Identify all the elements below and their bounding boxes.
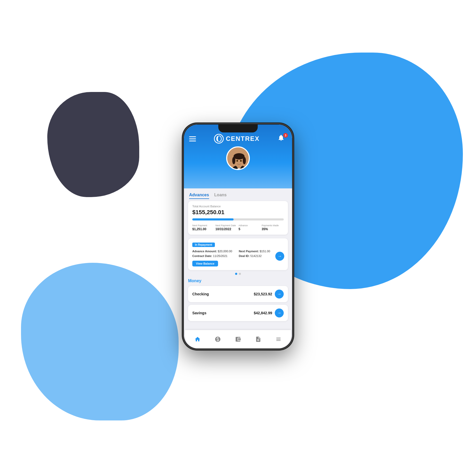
checking-card: Checking $23,523.92 → (188, 286, 288, 302)
header-top: CENTREX 3 (189, 134, 287, 144)
logo: CENTREX (214, 134, 260, 144)
avatar-image (227, 147, 250, 170)
deal-info: Advance Amount: $20,000.00 Next Payment:… (192, 250, 284, 258)
bottom-nav (185, 330, 291, 348)
app-content: Advances Loans Total Account Balance $15… (184, 188, 292, 348)
next-payment-item: Next Payment: $151.00 (239, 250, 284, 253)
stat-payments-made: Payments Made 35% (262, 224, 284, 231)
document-icon (255, 336, 261, 342)
money-section-title: Money (188, 279, 288, 283)
deal-arrow-button[interactable]: → (275, 252, 284, 261)
app-header: CENTREX 3 (184, 125, 292, 188)
phone-screen: CENTREX 3 (184, 125, 292, 348)
dot-1[interactable] (235, 273, 237, 275)
svg-point-7 (234, 153, 245, 160)
checklist-icon (275, 336, 282, 342)
checking-arrow-button[interactable]: → (275, 290, 284, 299)
checking-label: Checking (192, 292, 209, 296)
stat-advance: Advance 5 (239, 224, 261, 231)
carousel-dots (188, 273, 288, 275)
menu-button[interactable] (189, 136, 196, 141)
contract-date-item: Contract Date: 11/25/2021 (192, 254, 237, 258)
tabs: Advances Loans (188, 188, 288, 201)
logo-icon (214, 134, 224, 144)
tab-advances[interactable]: Advances (189, 193, 209, 199)
nav-documents[interactable] (252, 335, 265, 344)
advance-amount-item: Advance Amount: $20,000.00 (192, 250, 237, 253)
avatar-container (189, 146, 287, 170)
savings-card: Savings $42,842.99 → (188, 305, 288, 321)
notification-badge: 3 (283, 133, 288, 138)
checking-amount: $23,523.92 (254, 292, 272, 296)
avatar (226, 146, 250, 170)
svg-point-8 (232, 157, 235, 164)
nav-checklist[interactable] (272, 335, 285, 344)
blob-left-bottom (21, 263, 179, 420)
nav-wallet[interactable] (232, 335, 244, 344)
nav-pay[interactable] (211, 335, 224, 344)
logo-text: CENTREX (226, 135, 260, 142)
svg-point-10 (236, 160, 238, 162)
stat-next-payment-date: Next Payment Date 10/31/2022 (215, 224, 237, 231)
svg-point-11 (240, 160, 242, 162)
home-icon (194, 336, 201, 342)
balance-progress (192, 218, 284, 220)
phone-mockup: CENTREX 3 (183, 124, 293, 349)
progress-fill (192, 218, 234, 220)
phone-frame: CENTREX 3 (183, 124, 293, 349)
pay-icon (215, 336, 221, 342)
stat-next-payment: Next Payment $1,251.00 (192, 224, 214, 231)
savings-arrow-button[interactable]: → (275, 309, 284, 317)
wallet-icon (235, 336, 241, 342)
dot-2[interactable] (239, 273, 241, 275)
nav-home[interactable] (191, 335, 204, 344)
savings-amount: $42,842.99 (254, 311, 272, 315)
repayment-badge: In Repayment (192, 243, 215, 247)
balance-card: Total Account Balance $155,250.01 Next P… (188, 201, 288, 235)
phone-notch (218, 125, 258, 132)
balance-amount: $155,250.01 (192, 209, 284, 216)
balance-stats: Next Payment $1,251.00 Next Payment Date… (192, 224, 284, 231)
svg-point-9 (243, 157, 246, 164)
view-balance-button[interactable]: View Balance (192, 261, 218, 266)
blob-dark (47, 92, 139, 197)
tab-loans[interactable]: Loans (214, 193, 227, 199)
notification-button[interactable]: 3 (277, 134, 287, 143)
savings-label: Savings (192, 311, 206, 315)
balance-label: Total Account Balance (192, 205, 284, 208)
deal-card: In Repayment Advance Amount: $20,000.00 … (188, 238, 288, 270)
